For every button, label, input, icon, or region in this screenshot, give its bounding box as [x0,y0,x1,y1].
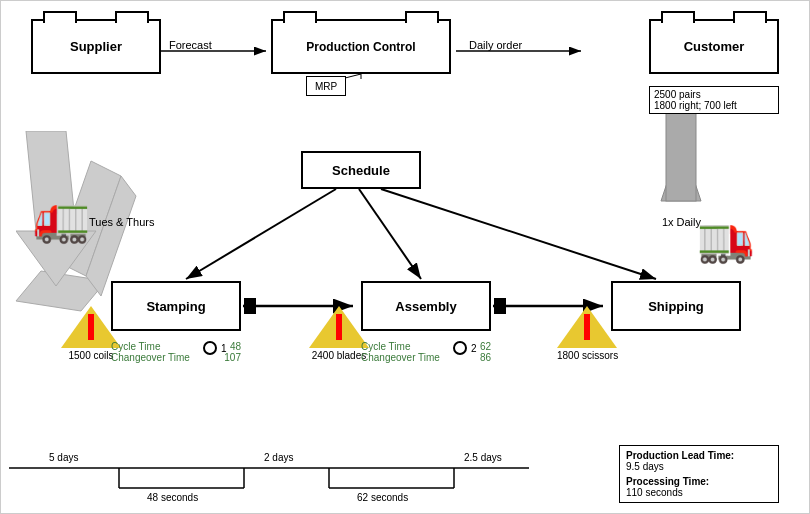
assembly-cycle-label: Cycle Time [361,341,410,352]
schedule-label: Schedule [332,163,390,178]
customer-box: Customer [649,19,779,74]
assembly-changeover-value: 86 [480,352,491,363]
blades-label: 2400 blades [309,350,369,361]
stamping-cycle-value: 48 [230,341,241,352]
production-control-box: Production Control [271,19,451,74]
daily-label: 1x Daily [662,216,701,228]
truck-right-icon: 🚛 [697,211,754,265]
assembly-cycle-value: 62 [480,341,491,352]
assembly-stats: Cycle Time 62 Changeover Time 86 [361,341,491,363]
demand-pairs: 2500 pairs [654,89,774,100]
stamping-box: Stamping [111,281,241,331]
mrp-label: MRP [315,81,337,92]
svg-marker-12 [244,298,256,314]
production-control-label: Production Control [306,40,415,54]
mrp-box: MRP [306,76,346,96]
schedule-box: Schedule [301,151,421,189]
truck-left-icon: 🚛 [33,191,90,245]
arrows-svg [1,1,810,514]
stamping-changeover-label: Changeover Time [111,352,190,363]
shipping-label: Shipping [648,299,704,314]
inventory-scissors: 1800 scissors [557,306,618,361]
assembly-label: Assembly [395,299,456,314]
svg-rect-14 [494,298,506,314]
diagram: Supplier Production Control Customer MRP… [0,0,810,514]
shipping-box: Shipping [611,281,741,331]
processing-label: Processing Time: [626,476,772,487]
lead-time-label: Production Lead Time: [626,450,772,461]
timeline-svg: 5 days 2 days 2.5 days 48 seconds 62 sec… [9,443,529,508]
demand-breakdown: 1800 right; 700 left [654,100,774,111]
stamping-changeover-value: 107 [224,352,241,363]
stamping-cycle-label: Cycle Time [111,341,160,352]
svg-text:5 days: 5 days [49,452,78,463]
daily-order-label: Daily order [469,39,522,51]
svg-text:62 seconds: 62 seconds [357,492,408,503]
processing-value: 110 seconds [626,487,772,498]
svg-line-7 [186,189,336,279]
stamping-label: Stamping [146,299,205,314]
demand-box: 2500 pairs 1800 right; 700 left [649,86,779,114]
supplier-box: Supplier [31,19,161,74]
svg-text:2 days: 2 days [264,452,293,463]
supplier-label: Supplier [70,39,122,54]
assembly-changeover-label: Changeover Time [361,352,440,363]
lead-time-value: 9.5 days [626,461,772,472]
customer-label: Customer [684,39,745,54]
assembly-box: Assembly [361,281,491,331]
inventory-blades: 2400 blades [309,306,369,361]
svg-line-8 [359,189,421,279]
svg-rect-11 [244,298,256,314]
svg-text:2.5 days: 2.5 days [464,452,502,463]
forecast-label: Forecast [169,39,212,51]
svg-line-9 [381,189,656,279]
svg-text:48 seconds: 48 seconds [147,492,198,503]
svg-marker-15 [494,298,506,314]
svg-marker-16 [661,141,701,201]
scissors-label: 1800 scissors [557,350,618,361]
summary-box: Production Lead Time: 9.5 days Processin… [619,445,779,503]
tues-thurs-label: Tues & Thurs [89,216,154,228]
stamping-stats: Cycle Time 48 Changeover Time 107 [111,341,241,363]
